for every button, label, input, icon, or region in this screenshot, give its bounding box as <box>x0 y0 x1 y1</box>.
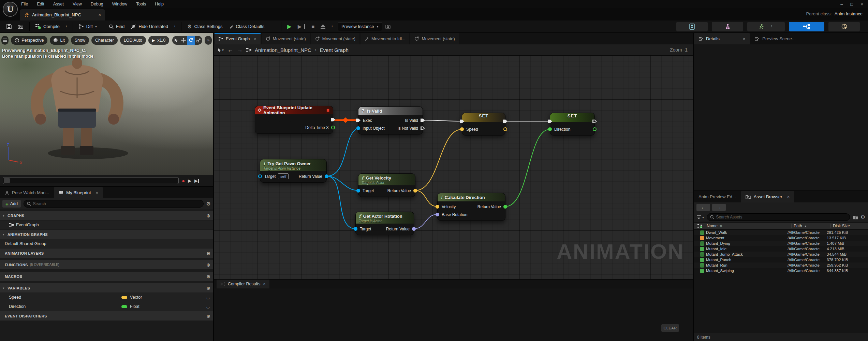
asset-row[interactable]: Dwarf_Walk/All/Game/Chracte291.425 KiB <box>694 230 868 235</box>
viewport-expand-icon[interactable]: » <box>205 36 212 45</box>
asset-search-input[interactable] <box>716 215 847 219</box>
add-layer-icon[interactable]: ⊕ <box>206 251 210 256</box>
tab-preview-scene[interactable]: Preview Scene... <box>750 33 800 44</box>
move-tool-icon[interactable] <box>180 36 187 45</box>
return-value-pin[interactable] <box>503 205 507 209</box>
show-dropdown[interactable]: Show <box>71 36 89 45</box>
tab-movement-to-idle[interactable]: Movement to Idl... <box>361 33 409 44</box>
node-set-direction[interactable]: SET Direction <box>550 113 595 136</box>
exec-in-pin[interactable] <box>460 119 464 124</box>
preview-instance-dropdown[interactable]: Preview Instance ▾ <box>338 22 382 31</box>
history-forward-button[interactable]: → <box>712 204 726 211</box>
class-settings-button[interactable]: ⚙ Class Settings <box>184 22 226 32</box>
section-variables[interactable]: ▾ VARIABLES ⊕ <box>0 283 213 293</box>
debug-object-button[interactable] <box>382 22 394 32</box>
parent-class-value[interactable]: Anim Instance <box>835 11 863 17</box>
preview-viewport[interactable]: Perspective Lit Show Character LOD Auto … <box>0 33 213 175</box>
item-default-shared-group[interactable]: Default Shared Group <box>0 239 213 248</box>
tab-close-icon[interactable]: × <box>787 194 790 199</box>
section-graphs[interactable]: ▾ GRAPHS ⊕ <box>0 211 213 220</box>
base-rotation-pin[interactable] <box>436 213 439 216</box>
menu-window[interactable]: Window <box>112 2 127 6</box>
tab-asset-browser[interactable]: Asset Browser × <box>741 191 794 202</box>
node-header[interactable]: ? Is Valid <box>358 107 423 115</box>
section-macros[interactable]: MACROS ⊕ <box>0 272 213 281</box>
node-get-actor-rotation[interactable]: fGet Actor Rotation Target is Actor Targ… <box>355 212 414 235</box>
add-button[interactable]: + Add <box>2 200 21 208</box>
section-event-dispatchers[interactable]: EVENT DISPATCHERS ⊕ <box>0 311 213 321</box>
class-defaults-button[interactable]: Class Defaults <box>226 22 268 32</box>
find-button[interactable]: Find <box>106 22 128 32</box>
add-function-icon[interactable]: ⊕ <box>206 262 210 268</box>
expand-arrow-icon[interactable]: ▾ <box>3 214 5 217</box>
expand-arrow-icon[interactable]: ▾ <box>3 286 5 290</box>
menu-tools[interactable]: Tools <box>136 2 146 6</box>
clear-button[interactable]: CLEAR <box>661 324 679 332</box>
panel-settings-gear-icon[interactable]: ⚙ <box>206 201 211 207</box>
minimize-icon[interactable]: – <box>840 2 843 7</box>
speed-out-pin[interactable] <box>503 127 507 131</box>
tab-close-icon[interactable]: × <box>96 190 99 195</box>
tab-close-icon[interactable]: × <box>263 282 265 286</box>
timeline-handle[interactable] <box>4 178 10 183</box>
back-button[interactable]: ← <box>227 46 233 54</box>
asset-row[interactable]: Mutant_Jump_Attack/All/Game/Chracte34.54… <box>694 252 868 257</box>
direction-out-pin[interactable] <box>593 127 597 131</box>
add-dispatcher-icon[interactable]: ⊕ <box>206 313 210 319</box>
delta-time-pin[interactable] <box>331 126 335 129</box>
node-try-get-pawn-owner[interactable]: fTry Get Pawn Owner Target is Anim Insta… <box>260 159 327 183</box>
skeleton-mode-button[interactable] <box>676 22 708 31</box>
asset-type-filter-icon[interactable] <box>694 224 706 228</box>
exec-in-pin[interactable] <box>548 119 552 124</box>
maximize-icon[interactable]: □ <box>851 2 853 7</box>
column-path[interactable]: Path ▲ <box>791 224 830 228</box>
menu-file[interactable]: File <box>21 2 28 6</box>
lit-dropdown[interactable]: Lit <box>50 36 68 45</box>
node-header[interactable]: fGet Velocity Target is Actor <box>358 174 415 185</box>
node-set-speed[interactable]: SET Speed <box>462 113 505 136</box>
tab-movement-state-1[interactable]: Movement (state) <box>262 33 310 44</box>
playback-speed-dropdown[interactable]: ▶ x1.0 <box>148 36 169 45</box>
velocity-pin[interactable] <box>436 205 439 209</box>
timeline-step-button[interactable]: ▶ <box>194 178 199 183</box>
animation-options-icon[interactable]: ⋮ <box>767 23 774 30</box>
history-back-button[interactable]: ← <box>696 204 710 211</box>
save-assets-icon[interactable] <box>853 215 858 219</box>
node-event-blueprint-update-animation[interactable]: Event Blueprint Update Animation Delta T… <box>255 106 333 134</box>
target-pin[interactable] <box>258 174 262 178</box>
column-disk-size[interactable]: Disk Size <box>830 224 868 228</box>
item-eventgraph[interactable]: EventGraph <box>0 221 213 229</box>
section-animation-graphs[interactable]: ▾ ANIMATION GRAPHS <box>0 230 213 239</box>
menu-asset[interactable]: Asset <box>53 2 64 6</box>
return-value-pin[interactable] <box>412 227 416 231</box>
eye-closed-icon[interactable]: ◡ <box>206 304 210 309</box>
tab-compiler-results[interactable]: Compiler Results × <box>217 280 269 288</box>
section-functions[interactable]: FUNCTIONS (5 OVERRIDABLE) ⊕ <box>0 260 213 269</box>
direction-in-pin[interactable] <box>548 127 552 131</box>
graph-canvas[interactable]: ANIMATION Event Blueprint Update Animati… <box>214 56 693 279</box>
node-get-velocity[interactable]: fGet Velocity Target is Actor Target Ret… <box>358 173 415 197</box>
asset-settings-gear-icon[interactable]: ⚙ <box>861 214 865 220</box>
tab-close-icon[interactable]: × <box>254 37 256 41</box>
viewport-menu-icon[interactable] <box>1 36 9 45</box>
perspective-dropdown[interactable]: Perspective <box>11 36 47 45</box>
scale-tool-icon[interactable] <box>195 36 202 45</box>
character-dropdown[interactable]: Character <box>91 36 118 45</box>
tab-details[interactable]: Details × <box>694 33 750 44</box>
tab-animation-blueprint[interactable]: Animation_Bluprint_NPC × <box>20 9 105 20</box>
debug-cursor-dropdown[interactable]: ▾ <box>217 48 224 52</box>
tab-pose-watch-manager[interactable]: Pose Watch Man... <box>0 187 54 198</box>
asset-search[interactable] <box>707 213 850 221</box>
record-button[interactable]: ● <box>182 178 185 183</box>
filter-dropdown[interactable]: ▾ <box>696 215 704 219</box>
tab-movement-state-3[interactable]: Movement (state) <box>410 33 459 44</box>
return-value-pin[interactable] <box>325 174 328 178</box>
animation-mode-button[interactable]: ⋮ <box>747 22 785 31</box>
variable-row-speed[interactable]: Speed Vector ◡ <box>0 293 213 302</box>
blueprint-mode-button[interactable] <box>789 22 824 31</box>
physics-mode-button[interactable] <box>828 22 860 31</box>
rotate-tool-icon[interactable] <box>187 36 195 45</box>
hide-unrelated-button[interactable]: Hide Unrelated <box>128 22 171 32</box>
asset-row[interactable]: Mutant_Dying/All/Game/Chracte1.407 MiB <box>694 241 868 246</box>
timeline-play-button[interactable]: ▶ <box>188 178 191 183</box>
